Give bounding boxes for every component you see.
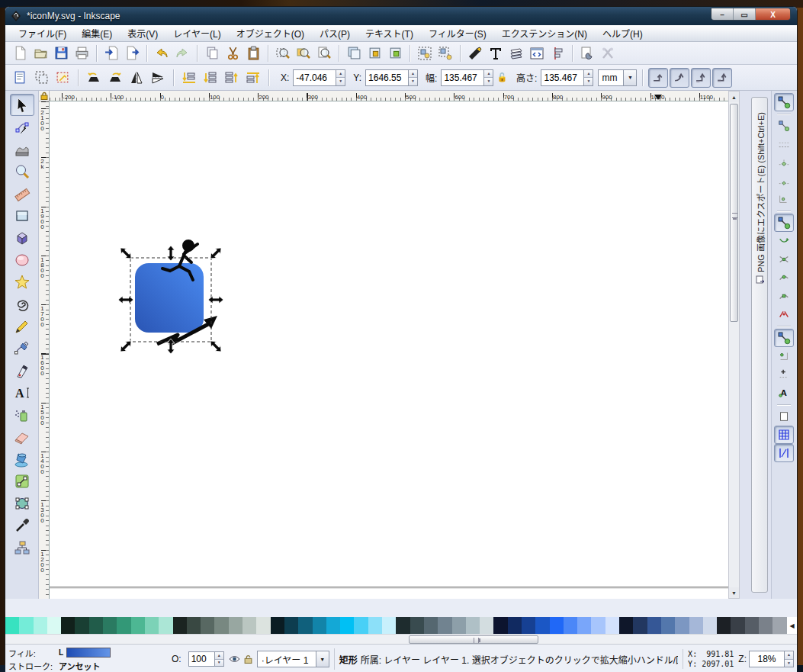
affect-pattern-toggle[interactable]	[712, 68, 732, 88]
tool-tweak[interactable]	[10, 138, 34, 160]
tool-dropper[interactable]	[10, 514, 34, 536]
create-clone-button[interactable]	[365, 43, 384, 63]
palette-swatch[interactable]	[298, 617, 312, 634]
y-input[interactable]	[365, 69, 408, 86]
flip-horizontal-button[interactable]	[127, 68, 146, 88]
snap-bbox-centers-button[interactable]	[774, 190, 794, 208]
palette-swatch[interactable]	[214, 617, 228, 634]
layers-dialog-button[interactable]	[506, 43, 526, 63]
menu-item[interactable]: ヘルプ(H)	[596, 25, 650, 41]
scroll-up-icon[interactable]: ▲	[729, 92, 739, 102]
tool-spray[interactable]	[10, 404, 34, 426]
height-spinner[interactable]: ▲▼	[583, 69, 593, 86]
xml-editor-button[interactable]	[527, 43, 547, 63]
snap-page-border-button[interactable]	[774, 407, 794, 426]
menu-item[interactable]: 編集(E)	[75, 25, 119, 41]
minimize-button[interactable]: –	[711, 8, 734, 21]
palette-swatch[interactable]	[410, 617, 424, 634]
palette-swatch[interactable]	[5, 617, 19, 634]
horizontal-ruler[interactable]: -200-10001002003004005006007008009001000…	[50, 91, 728, 101]
palette-swatch[interactable]	[647, 617, 661, 634]
layer-dropdown[interactable]: ·レイヤー 1 ▼	[257, 651, 329, 667]
palette-swatch[interactable]	[131, 617, 145, 634]
palette-swatch[interactable]	[34, 617, 47, 634]
tool-text[interactable]: A	[10, 381, 34, 404]
zoom-page-button[interactable]	[314, 43, 334, 63]
snap-text-baseline-button[interactable]: A	[774, 384, 794, 402]
palette-swatch[interactable]	[535, 617, 549, 634]
palette-swatch[interactable]	[466, 617, 480, 634]
y-spinner[interactable]: ▲▼	[408, 69, 418, 86]
x-spinner[interactable]: ▲▼	[336, 69, 345, 86]
layer-lock-icon[interactable]	[244, 654, 252, 664]
open-button[interactable]	[31, 43, 50, 63]
palette-swatch[interactable]	[382, 617, 396, 634]
palette-swatch[interactable]	[605, 617, 619, 634]
palette-swatch[interactable]	[452, 617, 466, 634]
snap-bbox-edge-midpoints-button[interactable]	[774, 172, 794, 190]
menu-item[interactable]: オブジェクト(O)	[230, 25, 311, 41]
deselect-button[interactable]	[53, 68, 72, 88]
raise-to-top-button[interactable]	[243, 68, 263, 88]
palette-swatch[interactable]	[201, 617, 214, 634]
palette-swatch[interactable]	[47, 617, 61, 634]
tool-eraser[interactable]	[10, 426, 34, 448]
tool-pencil[interactable]	[10, 315, 34, 337]
snap-master-toggle[interactable]	[774, 93, 794, 111]
menu-item[interactable]: フィルター(S)	[422, 25, 493, 41]
palette-swatch[interactable]	[313, 617, 326, 634]
palette-swatch[interactable]	[550, 617, 564, 634]
fill-stroke-dialog-button[interactable]	[465, 43, 485, 63]
tool-zoom[interactable]	[10, 160, 34, 182]
canvas[interactable]	[50, 101, 728, 599]
palette-swatch[interactable]	[368, 617, 382, 634]
palette-swatch[interactable]	[424, 617, 438, 634]
palette-scrollbar[interactable]	[5, 634, 797, 645]
ungroup-button[interactable]	[435, 43, 455, 63]
export-png-dock-tab[interactable]: PNG 画像にエクスポート(E) (Shift+Ctrl+E)	[751, 97, 768, 593]
text-dialog-button[interactable]	[486, 43, 506, 63]
export-button[interactable]	[122, 43, 142, 63]
palette-swatch[interactable]	[159, 617, 172, 634]
palette-swatch[interactable]	[480, 617, 493, 634]
tool-spiral[interactable]	[10, 293, 34, 315]
menu-item[interactable]: テキスト(T)	[358, 25, 420, 41]
palette-swatch[interactable]	[689, 617, 703, 634]
palette-swatch[interactable]	[438, 617, 451, 634]
snap-nodes-toggle[interactable]	[774, 214, 794, 232]
affect-corners-toggle[interactable]	[670, 68, 689, 88]
palette-scroll-left-icon[interactable]: ◀	[787, 617, 797, 634]
tool-3d-box[interactable]	[10, 227, 34, 249]
tool-paint-bucket[interactable]	[10, 448, 34, 470]
tool-calligraphy[interactable]	[10, 359, 34, 381]
snap-path-intersections-button[interactable]	[774, 250, 794, 268]
snap-rotation-centers-button[interactable]	[774, 365, 794, 384]
lock-ratio-icon[interactable]: 🔓	[496, 72, 507, 82]
affect-gradient-toggle[interactable]	[691, 68, 711, 88]
palette-swatch[interactable]	[173, 617, 187, 634]
palette-swatch[interactable]	[229, 617, 243, 634]
menu-item[interactable]: パス(P)	[313, 25, 357, 41]
palette-swatch[interactable]	[19, 617, 33, 634]
lower-to-bottom-button[interactable]	[179, 68, 199, 88]
palette-swatch[interactable]	[745, 617, 759, 634]
width-input[interactable]	[441, 69, 483, 86]
zoom-drawing-button[interactable]	[294, 43, 313, 63]
snap-bbox-corners-button[interactable]	[774, 153, 794, 172]
snap-smooth-nodes-button[interactable]	[774, 287, 794, 305]
palette-swatch[interactable]	[354, 617, 368, 634]
palette-swatch[interactable]	[61, 617, 75, 634]
tool-selector[interactable]	[10, 94, 34, 116]
tool-rectangle[interactable]	[10, 204, 34, 227]
blue-rounded-rectangle[interactable]	[135, 263, 204, 333]
new-document-button[interactable]	[10, 43, 30, 63]
vertical-scroll-thumb[interactable]	[730, 104, 738, 322]
snap-others-toggle[interactable]	[774, 329, 794, 347]
x-input[interactable]	[293, 69, 336, 86]
palette-swatch[interactable]	[340, 617, 354, 634]
zoom-selection-button[interactable]	[273, 43, 293, 63]
rotate-cw-button[interactable]	[105, 68, 125, 88]
unlink-clone-button[interactable]	[385, 43, 405, 63]
fill-stroke-indicator[interactable]: フィル: L ストローク: アンセット	[8, 647, 167, 672]
palette-swatch[interactable]	[619, 617, 633, 634]
